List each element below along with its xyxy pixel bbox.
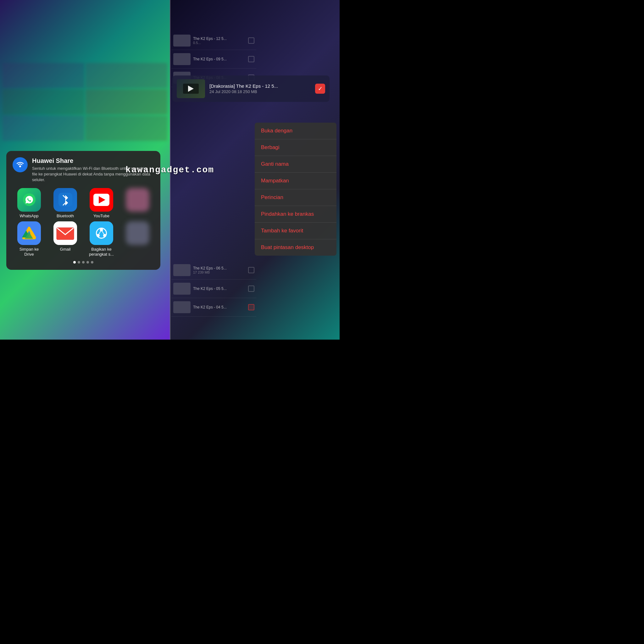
context-menu-item-compress[interactable]: Mampatkan xyxy=(255,173,336,189)
selected-file-check: ✓ xyxy=(315,84,325,94)
context-menu: Buka dengan Berbagi Ganti nama Mampatkan… xyxy=(255,123,336,256)
right-lower-file-list: The K2 Eps - 06 5... 17 239 MB The K2 Ep… xyxy=(171,261,256,317)
list-item[interactable]: The K2 Eps - 05 5... xyxy=(171,280,256,298)
svg-point-0 xyxy=(19,165,21,167)
selected-file-card[interactable]: [Drakorasia] The K2 Eps - 12 5... 24 Jul… xyxy=(172,75,330,102)
app-item-gmail[interactable]: Gmail xyxy=(49,221,82,257)
dot-5 xyxy=(91,261,93,264)
page-dots xyxy=(13,261,154,264)
list-item[interactable]: The K2 Eps - 04 5... xyxy=(171,298,256,317)
share-device-label: Bagikan ke perangkat s... xyxy=(85,247,118,257)
context-menu-item-rename[interactable]: Ganti nama xyxy=(255,156,336,173)
gmail-icon xyxy=(53,221,77,245)
context-menu-item-vault[interactable]: Pindahkan ke brankas xyxy=(255,206,336,223)
context-menu-item-open[interactable]: Buka dengan xyxy=(255,123,336,139)
app-item-whatsapp[interactable]: WhatsApp xyxy=(13,188,46,219)
whatsapp-icon xyxy=(17,188,41,212)
app-item-sharedevice[interactable]: Bagikan ke perangkat s... xyxy=(85,221,118,257)
youtube-label: YouTube xyxy=(93,214,109,219)
context-menu-item-shortcut[interactable]: Buat pintasan desktop xyxy=(255,239,336,256)
apps-grid: WhatsApp Bluetooth xyxy=(13,188,154,257)
gmail-label: Gmail xyxy=(60,247,71,252)
gdrive-icon xyxy=(17,221,41,245)
huawei-share-icon xyxy=(13,157,28,172)
list-item[interactable]: The K2 Eps - 06 5... 17 239 MB xyxy=(171,261,256,280)
selected-file-thumbnail xyxy=(177,79,205,98)
bluetooth-label: Bluetooth xyxy=(57,214,74,219)
app-item-gdrive[interactable]: Simpan keDrive xyxy=(13,221,46,257)
youtube-icon xyxy=(90,188,113,212)
selected-file-title: [Drakorasia] The K2 Eps - 12 5... xyxy=(209,83,311,89)
blurred-icon-1 xyxy=(126,188,149,212)
dot-3 xyxy=(82,261,85,264)
list-item[interactable]: The K2 Eps - 12 5... 0.5... xyxy=(171,31,256,50)
share-sheet-title: Huawei Share xyxy=(32,157,154,164)
dot-1 xyxy=(73,261,76,264)
app-item-youtube[interactable]: YouTube xyxy=(85,188,118,219)
bluetooth-icon xyxy=(53,188,77,212)
whatsapp-label: WhatsApp xyxy=(20,214,39,219)
gdrive-label: Simpan keDrive xyxy=(19,247,39,257)
selected-file-meta: 24 Jul 2020 08:18 250 MB xyxy=(209,89,311,94)
blurred-icon-2 xyxy=(126,221,149,245)
left-bg-thumbs xyxy=(0,63,170,142)
list-item[interactable]: The K2 Eps - 09 5... xyxy=(171,50,256,69)
selected-file-info: [Drakorasia] The K2 Eps - 12 5... 24 Jul… xyxy=(209,83,311,94)
app-item-blurred1 xyxy=(121,188,154,219)
context-menu-item-details[interactable]: Perincian xyxy=(255,189,336,206)
screen: kawangadget.com [Drakorasia] The K2 Eps … xyxy=(0,0,340,340)
context-menu-item-favorite[interactable]: Tambah ke favorit xyxy=(255,223,336,239)
svg-rect-19 xyxy=(90,221,113,245)
share-device-icon xyxy=(90,221,113,245)
dot-4 xyxy=(86,261,89,264)
context-menu-item-share[interactable]: Berbagi xyxy=(255,139,336,156)
app-item-bluetooth[interactable]: Bluetooth xyxy=(49,188,82,219)
app-item-blurred2 xyxy=(121,221,154,257)
dot-2 xyxy=(78,261,80,264)
watermark: kawangadget.com xyxy=(125,165,214,175)
